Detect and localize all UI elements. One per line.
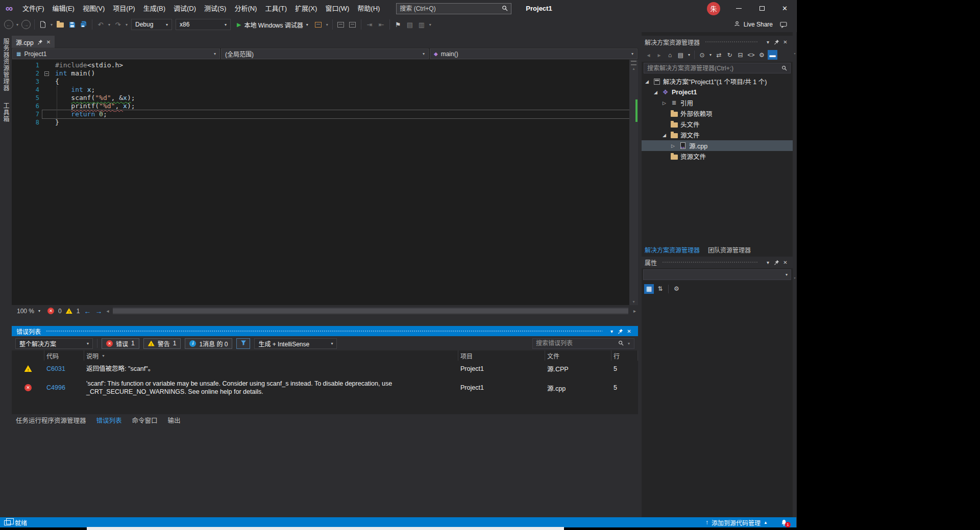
line-column-header[interactable]: 行 bbox=[611, 350, 638, 361]
line-number[interactable]: 5 bbox=[12, 94, 41, 102]
file-column-header[interactable]: 文件 bbox=[545, 350, 611, 361]
menu-item[interactable]: 生成(B) bbox=[139, 0, 169, 17]
save-all-icon[interactable] bbox=[78, 19, 89, 30]
scroll-caret-icon[interactable]: ▾ bbox=[793, 276, 797, 280]
navigate-back-caret-icon[interactable]: ▾ bbox=[15, 22, 20, 27]
find-in-files-icon[interactable] bbox=[335, 19, 347, 30]
code-line[interactable]: 1#include<stdio.h> bbox=[12, 61, 629, 69]
close-icon[interactable]: ✕ bbox=[46, 39, 51, 45]
bookmark-icon[interactable]: ⚑ bbox=[393, 19, 404, 30]
code-line[interactable]: 3{ bbox=[12, 78, 629, 86]
scope-dropdown[interactable]: (全局范围) ▾ bbox=[221, 48, 429, 59]
undo-icon[interactable]: ↶ bbox=[95, 19, 106, 30]
expand-icon[interactable]: ▷ bbox=[661, 100, 668, 106]
menu-item[interactable]: 视图(V) bbox=[79, 0, 109, 17]
tab-source-cpp[interactable]: 源.cpp ✕ bbox=[12, 36, 55, 48]
error-list-row[interactable]: !C6031返回值被忽略: "scanf"。Project1源.CPP5 bbox=[12, 361, 638, 376]
quick-search-box[interactable] bbox=[396, 3, 511, 14]
view-code-icon[interactable]: <> bbox=[746, 50, 756, 60]
menu-item[interactable]: 扩展(X) bbox=[291, 0, 321, 17]
solution-explorer-search-box[interactable] bbox=[644, 63, 791, 73]
panel-tab[interactable]: 输出 bbox=[168, 415, 181, 425]
zoom-dropdown[interactable]: 100 %▾ bbox=[14, 306, 43, 316]
collapse-all-icon[interactable]: ⊟ bbox=[736, 50, 745, 60]
panel-tab[interactable]: 命令窗口 bbox=[132, 415, 158, 425]
alphabetical-icon[interactable]: ⇅ bbox=[655, 284, 665, 294]
navigate-forward-icon[interactable]: → bbox=[21, 20, 31, 29]
notifications-bell-button[interactable]: 1 bbox=[781, 519, 787, 526]
expand-icon[interactable]: ▷ bbox=[670, 143, 676, 148]
solution-platform-dropdown[interactable]: x86▾ bbox=[176, 19, 231, 30]
solution-explorer-search-input[interactable] bbox=[647, 65, 778, 72]
feedback-icon[interactable] bbox=[778, 19, 789, 30]
window-position-icon[interactable]: ▾ bbox=[607, 329, 616, 334]
tree-item[interactable]: ▷源.cpp bbox=[642, 140, 793, 151]
show-all-files-icon[interactable]: ▬ bbox=[768, 50, 777, 60]
code-line[interactable]: 2−int main() bbox=[12, 69, 629, 78]
error-list-search-input[interactable] bbox=[536, 340, 615, 347]
line-number[interactable]: 8 bbox=[12, 118, 41, 127]
previous-bookmark-icon[interactable]: ▤ bbox=[404, 19, 415, 30]
menu-item[interactable]: 窗口(W) bbox=[321, 0, 353, 17]
member-dropdown[interactable]: ◆ main() ▾ bbox=[430, 48, 638, 59]
open-folder-icon[interactable] bbox=[55, 19, 66, 30]
menu-item[interactable]: 测试(S) bbox=[200, 0, 230, 17]
toolbar-overflow-icon[interactable]: ▾ bbox=[325, 22, 330, 27]
quick-search-input[interactable] bbox=[400, 5, 502, 12]
debug-target-caret-icon[interactable]: ▾ bbox=[306, 22, 308, 27]
scroll-left-icon[interactable]: ◂ bbox=[106, 308, 109, 314]
tree-item[interactable]: ◢解决方案"Project1"(1 个项目/共 1 个) bbox=[642, 76, 793, 87]
editor-vertical-scrollbar[interactable]: ▴ ▾ bbox=[629, 60, 638, 305]
line-number[interactable]: 4 bbox=[12, 86, 41, 94]
categorized-icon[interactable]: ▦ bbox=[644, 284, 654, 294]
severity-column-header[interactable] bbox=[12, 350, 44, 361]
error-code-link[interactable]: C4996 bbox=[44, 384, 84, 391]
navigate-backward-icon[interactable]: ← bbox=[84, 307, 91, 315]
line-number[interactable]: 2 bbox=[12, 69, 41, 78]
navigate-back-icon[interactable]: ← bbox=[4, 20, 13, 29]
new-project-icon[interactable] bbox=[37, 19, 48, 30]
tree-item[interactable]: ◢源文件 bbox=[642, 130, 793, 140]
window-position-icon[interactable]: ▾ bbox=[764, 39, 772, 45]
close-icon[interactable]: ✕ bbox=[781, 39, 790, 45]
properties-header[interactable]: 属性 ▾ ✕ bbox=[642, 257, 793, 268]
collapse-region-icon[interactable]: − bbox=[44, 71, 49, 76]
collapse-icon[interactable]: ◢ bbox=[661, 133, 668, 138]
code-column-header[interactable]: 代码 bbox=[44, 350, 84, 361]
user-avatar[interactable]: 朱 bbox=[707, 2, 720, 15]
new-project-caret-icon[interactable]: ▾ bbox=[49, 22, 54, 27]
menu-item[interactable]: 工具(T) bbox=[261, 0, 291, 17]
collapse-icon[interactable]: ◢ bbox=[652, 90, 659, 95]
panel-tab[interactable]: 任务运行程序资源管理器 bbox=[16, 415, 86, 425]
chevron-down-icon[interactable]: ▾ bbox=[627, 341, 631, 346]
solution-configuration-dropdown[interactable]: Debug▾ bbox=[131, 19, 172, 30]
live-share-button[interactable]: Live Share bbox=[733, 20, 773, 29]
close-button[interactable]: ✕ bbox=[773, 0, 796, 17]
error-list-search-box[interactable]: ▾ bbox=[532, 338, 634, 349]
next-bookmark-icon[interactable]: ▥ bbox=[416, 19, 427, 30]
pin-icon[interactable] bbox=[616, 329, 625, 334]
switch-views-caret-icon[interactable]: ▾ bbox=[687, 50, 692, 60]
tree-item[interactable]: ◢❖Project1 bbox=[642, 87, 793, 97]
messages-filter-toggle[interactable]: i 1消息 的 0 bbox=[185, 338, 232, 349]
profiler-icon[interactable] bbox=[313, 19, 324, 30]
line-number[interactable]: 7 bbox=[12, 110, 41, 118]
code-line[interactable]: 4 int x; bbox=[12, 86, 629, 94]
explorer-tab[interactable]: 团队资源管理器 bbox=[708, 245, 751, 254]
code-editor[interactable]: 1#include<stdio.h>2−int main()3{4 int x;… bbox=[12, 60, 638, 305]
property-pages-icon[interactable]: ⚙ bbox=[672, 284, 681, 294]
scope-filter-dropdown[interactable]: 整个解决方案▾ bbox=[15, 338, 93, 349]
project-column-header[interactable]: 项目 bbox=[458, 350, 545, 361]
switch-views-icon[interactable]: ▤ bbox=[676, 50, 685, 60]
menu-item[interactable]: 分析(N) bbox=[230, 0, 261, 17]
code-line[interactable]: 7 return 0; bbox=[12, 110, 629, 118]
scroll-down-icon[interactable]: ▾ bbox=[629, 299, 638, 304]
properties-object-dropdown[interactable]: ▾ bbox=[643, 269, 791, 280]
menu-item[interactable]: 编辑(E) bbox=[48, 0, 79, 17]
close-icon[interactable]: ✕ bbox=[781, 260, 790, 265]
solution-explorer-header[interactable]: 解决方案资源管理器 ▾ ✕ bbox=[642, 36, 793, 48]
explorer-tab[interactable]: 解决方案资源管理器 bbox=[645, 245, 700, 254]
sidebar-vertical-tab[interactable]: 服务器资源管理器 bbox=[2, 38, 10, 91]
tree-item[interactable]: 外部依赖项 bbox=[642, 108, 793, 119]
navigate-forward-icon[interactable]: ▸ bbox=[654, 50, 664, 60]
